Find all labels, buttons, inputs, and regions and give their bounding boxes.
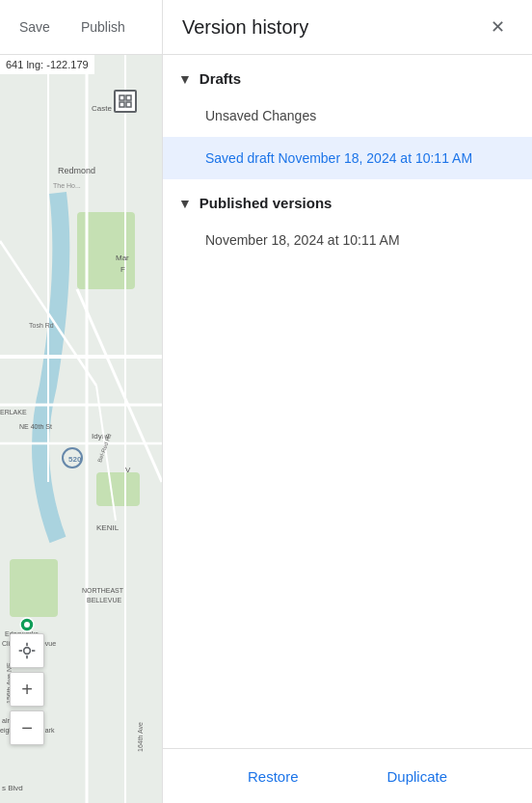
toolbar: Save Publish <box>0 0 162 55</box>
svg-text:F: F <box>120 265 125 274</box>
map-controls: + − <box>10 633 44 745</box>
published-section-title: Published versions <box>200 195 332 211</box>
duplicate-button[interactable]: Duplicate <box>371 761 463 792</box>
svg-point-40 <box>24 648 31 655</box>
published-version-item[interactable]: November 18, 2024 at 10:11 AM <box>163 219 532 261</box>
svg-text:Redmond: Redmond <box>58 166 95 175</box>
drafts-section-title: Drafts <box>200 70 241 87</box>
svg-text:KENIL: KENIL <box>96 523 120 532</box>
panel-title: Version history <box>182 16 308 39</box>
svg-rect-36 <box>120 95 124 100</box>
drafts-chevron-icon: ▼ <box>178 71 192 87</box>
unsaved-changes-item[interactable]: Unsaved Changes <box>163 94 532 137</box>
publish-button[interactable]: Publish <box>69 13 137 40</box>
svg-text:NE 40th St: NE 40th St <box>19 423 52 430</box>
svg-rect-38 <box>120 102 124 107</box>
svg-point-27 <box>24 622 30 628</box>
svg-text:164th Ave: 164th Ave <box>137 722 144 752</box>
map-coordinates: 641 lng: -122.179 <box>0 55 94 74</box>
svg-text:Mar: Mar <box>116 254 129 262</box>
svg-text:The Ho...: The Ho... <box>53 182 81 189</box>
svg-rect-3 <box>96 472 140 506</box>
svg-text:V: V <box>125 466 131 474</box>
expand-icon[interactable] <box>114 90 137 113</box>
svg-text:520: 520 <box>68 455 82 464</box>
restore-button[interactable]: Restore <box>232 761 314 792</box>
svg-rect-37 <box>126 95 131 100</box>
svg-rect-39 <box>126 102 131 107</box>
zoom-out-button[interactable]: − <box>10 710 44 745</box>
svg-text:Caste: Caste <box>92 104 112 113</box>
location-button[interactable] <box>10 633 44 668</box>
panel-footer: Restore Duplicate <box>163 748 532 803</box>
svg-text:BELLEVUE: BELLEVUE <box>87 597 122 603</box>
drafts-section-header[interactable]: ▼ Drafts <box>163 55 532 94</box>
svg-rect-2 <box>10 559 58 617</box>
version-history-panel: Version history ✕ ▼ Drafts Unsaved Chang… <box>162 0 532 803</box>
panel-header: Version history ✕ <box>163 0 532 55</box>
zoom-in-button[interactable]: + <box>10 672 44 707</box>
svg-text:s Blvd: s Blvd <box>2 784 23 792</box>
panel-content: ▼ Drafts Unsaved Changes Saved draft Nov… <box>163 55 532 748</box>
published-chevron-icon: ▼ <box>178 196 192 211</box>
svg-text:ERLAKE: ERLAKE <box>0 409 27 415</box>
svg-text:Tosh Rd: Tosh Rd <box>29 322 54 329</box>
close-button[interactable]: ✕ <box>482 12 513 42</box>
save-button[interactable]: Save <box>8 13 62 40</box>
published-section-header[interactable]: ▼ Published versions <box>163 179 532 219</box>
saved-draft-item[interactable]: Saved draft November 18, 2024 at 10:11 A… <box>163 137 532 179</box>
svg-text:NORTHEAST: NORTHEAST <box>82 587 124 594</box>
